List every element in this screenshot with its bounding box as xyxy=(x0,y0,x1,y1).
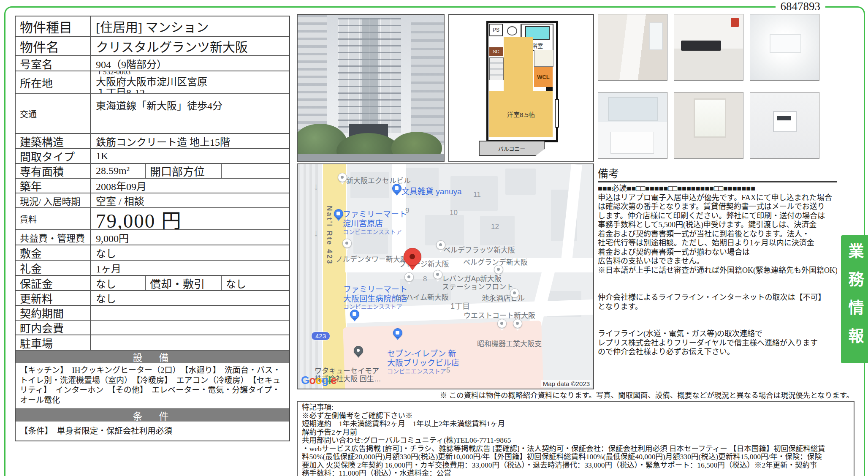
remarks-line: となります。 xyxy=(598,302,837,312)
row-label: 間取タイプ xyxy=(20,149,75,163)
row-label: 専有面積 xyxy=(20,164,64,178)
special-notes-line: 短期違約 1年未満総賃料2ヶ月 1年以上2年未満総賃料1ヶ月 xyxy=(302,420,849,428)
ground xyxy=(298,154,444,161)
map-pin-icon[interactable] xyxy=(334,209,343,224)
map-pin-icon[interactable] xyxy=(342,239,352,253)
western-room: 洋室8.5帖 xyxy=(489,91,553,137)
row-label-cell: 物件名 xyxy=(16,37,91,55)
remarks-line: ライフライン(水道・電気・ガス等)の取次連絡で xyxy=(598,329,837,339)
row-value-cell: なし xyxy=(91,291,289,305)
special-notes-line: ※必ず左側備考をご確認下さい※ xyxy=(302,412,849,420)
map-pin-icon[interactable] xyxy=(433,270,442,285)
disclaimer-text: ※ この資料は物件の概略紹介資料になります。写真、間取図面、設備、概要などが現況… xyxy=(297,389,854,400)
remarks-line: 着金および契約書書類一式が揃わない場合は xyxy=(598,248,837,257)
room-photo xyxy=(750,14,819,81)
row-label: 現況/ 入居時期 xyxy=(20,194,81,207)
table-row: 現況/ 入居時期 空室 / 相談 xyxy=(16,193,289,207)
row-label-cell: 建築構造 xyxy=(16,134,91,148)
tower-core xyxy=(362,18,378,133)
row-label: 号室名 xyxy=(20,56,53,71)
equipment-section-header: 設 備 xyxy=(16,350,289,363)
row-value-cell: 空室 / 相談 xyxy=(91,193,289,207)
row-label-cell: 賃料 xyxy=(16,208,91,229)
map-pin-icon[interactable] xyxy=(436,240,445,255)
hallway xyxy=(504,37,533,91)
special-notes-line: 料50%(最低保証20,000円)月額330円(税込)更新10,000円/年【外… xyxy=(302,453,849,461)
remarks-line: 仲介会社様によるライフライン・インターネットの取次は【不可】 xyxy=(598,293,837,302)
table-row: 共益費・管理費 9,000円 xyxy=(16,229,289,245)
row-label-cell: 更新料 xyxy=(16,291,91,305)
equipment-text: 【キッチン】 IHクッキングヒーター（2口） 【水廻り】 洗面台・バス・トイレ別… xyxy=(16,363,289,408)
row-label: 交通 xyxy=(20,108,37,120)
table-row: 町内会費 xyxy=(16,320,289,335)
special-notes-line: ・webサービス広告掲載 [許可]・チラシ、雑誌等掲載広告 [要確認]・法人契約… xyxy=(302,445,849,453)
business-info-tab[interactable]: 業務情報 xyxy=(841,235,868,363)
table-row: 建築構造 鉄筋コンクリート造 地上15階 xyxy=(16,133,289,148)
row-label-cell: 現況/ 入居時期 xyxy=(16,193,91,207)
walk-in-closet: WCL xyxy=(534,67,553,87)
table-row: 専有面積 28.59m² 開口部方位 xyxy=(16,163,289,178)
remarks-line: ので仲介会社様より必ずお伝え下さい。 xyxy=(598,348,837,357)
row-label-cell: 町内会費 xyxy=(16,321,91,335)
row-label: 契約期間 xyxy=(20,306,64,320)
map-pin-icon[interactable] xyxy=(338,173,347,188)
row-value-cell: 2008年09月 xyxy=(91,179,289,193)
map-pin-icon[interactable] xyxy=(497,319,507,334)
row-value: 2008年09月 xyxy=(96,179,146,193)
row-value: 1K xyxy=(96,150,108,162)
shoe-closet: SC xyxy=(489,47,503,56)
special-notes-box: 特記事項: ※必ず左側備考をご確認下さい※ 短期違約 1年未満総賃料2ヶ月 1年… xyxy=(297,401,854,476)
special-notes-lines: 特記事項: ※必ず左側備考をご確認下さい※ 短期違約 1年未満総賃料2ヶ月 1年… xyxy=(302,403,849,476)
row-value-cell xyxy=(91,306,289,320)
remarks-line: 社宅代行等は別途相談。ただし、始期日より1ヶ月以内に決済金 xyxy=(598,239,837,248)
table-row: 交通 東海道線「新大阪」徒歩4分 xyxy=(16,93,289,133)
special-notes-line: 要加入 火災保険 2年契約 16,000円・カギ交換費用：33,000円（税込）… xyxy=(302,461,849,470)
floor-plan-outline: PS 浴室 SC WCL 洋室8.5帖 xyxy=(486,21,558,142)
row-value-cell: なし xyxy=(91,245,289,260)
map-pin-icon[interactable] xyxy=(354,346,363,361)
row-label: 敷金 xyxy=(20,245,42,260)
map-label: ↓ xyxy=(314,181,318,192)
row-extra-label-cell: 償却・敷引 xyxy=(145,276,222,290)
row-value: 9,000円 xyxy=(96,230,129,245)
row-value-cell: 東海道線「新大阪」徒歩4分 xyxy=(91,94,289,133)
table-row: 賃料 79,000 円 xyxy=(16,207,289,229)
map-label: ベルデフラッツ新大阪 xyxy=(443,246,515,254)
table-row: 所在地 〒532-0003 大阪府大阪市淀川区宮原１丁目8-12 xyxy=(16,71,289,93)
row-label: 物件名 xyxy=(20,37,59,55)
room-photo xyxy=(598,14,667,81)
property-rows: 物件種目 [住居用] マンション 物件名 クリスタルグランツ新大阪 xyxy=(16,16,289,350)
row-label-cell: 号室名 xyxy=(16,56,91,71)
remarks-line: は確認次第の番手となります。賃貸借契約書一式はメールでお送り xyxy=(598,202,837,212)
room-photo xyxy=(598,92,667,159)
property-flyer-page: { "doc": { "number": "6847893", "side_ta… xyxy=(0,0,868,476)
row-value: 〒532-0003 大阪府大阪市淀川区宮原１丁目8-12 xyxy=(96,71,209,93)
map-label: 11 xyxy=(473,190,481,199)
table-row: 礼金 1ヶ月 xyxy=(16,260,289,275)
toilet xyxy=(503,24,521,37)
balcony: バルコニー xyxy=(479,141,545,156)
map-label: コンビニエンスストア xyxy=(387,368,446,375)
kitchen xyxy=(489,57,504,80)
remarks-section: 備考 ■■■必読■■□□■■■■■□□■■■■■■■■□□■■■■■■■ 申込は… xyxy=(598,165,837,357)
map-pin-icon[interactable] xyxy=(392,184,401,199)
map-pin-icon[interactable] xyxy=(494,265,503,280)
map-label: 8 xyxy=(423,275,427,283)
map-pin-icon[interactable] xyxy=(510,288,519,303)
row-label-cell: 交通 xyxy=(16,94,91,133)
pipe-space: PS xyxy=(489,24,503,36)
row-value-cell: 〒532-0003 大阪府大阪市淀川区宮原１丁目8-12 xyxy=(91,71,289,93)
conditions-section-header: 条 件 xyxy=(16,408,289,422)
location-map[interactable]: 新大阪エクセルビル 文具雑貨 yanuya 9 10 11 12 ファミリーマー… xyxy=(297,163,594,389)
map-pin-icon[interactable] xyxy=(350,310,359,324)
row-value-cell: 28.59m² xyxy=(91,164,145,178)
map-pin-icon[interactable] xyxy=(513,319,522,334)
remarks-line: ※日本語が上手に話せ審査が通れば外国籍OK(緊急連絡先も外国籍OK) xyxy=(598,266,837,275)
map-attribution: Map data ©2023 xyxy=(541,380,591,387)
row-label: 共益費・管理費 xyxy=(20,231,85,244)
row-extra-value: なし xyxy=(226,276,246,290)
row-label: 所在地 xyxy=(20,75,53,90)
map-pin-icon[interactable] xyxy=(403,248,422,276)
map-pin-icon[interactable] xyxy=(393,328,402,343)
row-extra-label-cell: 開口部方位 xyxy=(145,164,222,178)
